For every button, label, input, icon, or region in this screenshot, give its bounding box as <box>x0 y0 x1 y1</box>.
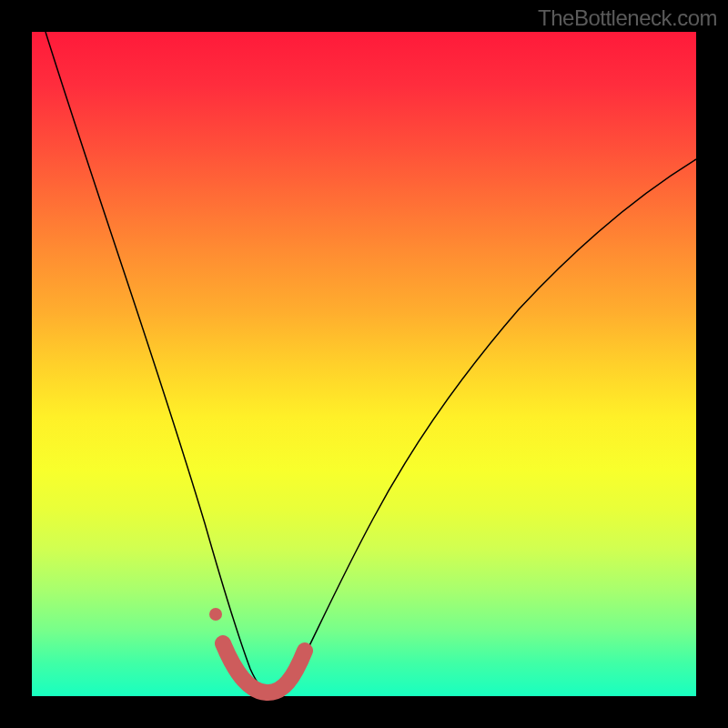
plot-area <box>32 32 696 696</box>
watermark-text: TheBottleneck.com <box>538 5 717 31</box>
marker-dot <box>209 608 222 621</box>
bottleneck-curve <box>46 32 696 693</box>
valley-highlight-band <box>223 643 305 693</box>
outer-frame: TheBottleneck.com <box>0 0 728 728</box>
chart-svg <box>32 32 696 696</box>
